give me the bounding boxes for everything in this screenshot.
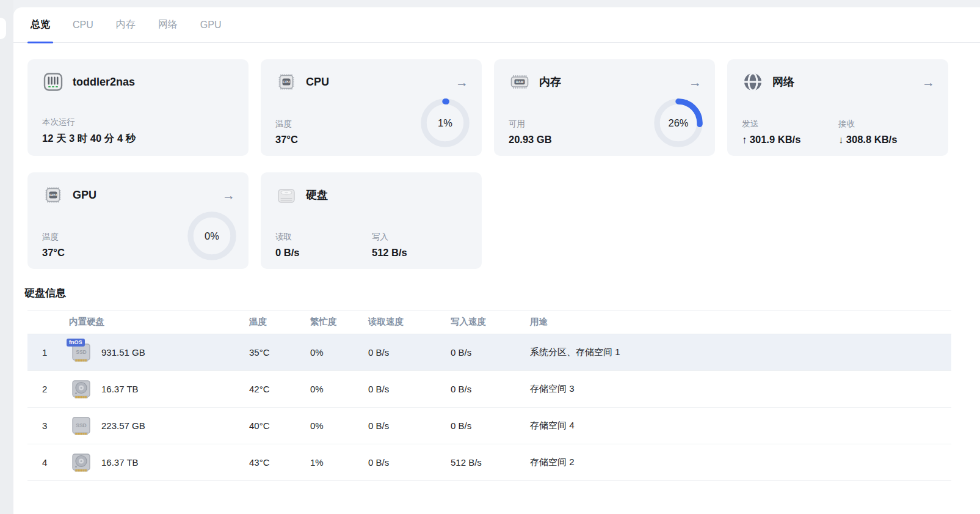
disk-temp: 35°C: [241, 334, 302, 371]
cpu-usage-percent: 1%: [419, 97, 471, 149]
cpu-usage-gauge: 1%: [419, 97, 471, 149]
col-write: 写入速度: [443, 310, 522, 334]
disk-card: 硬盘 读取 0 B/s 写入 512 B/s: [261, 172, 482, 269]
disk-write-speed: 0 B/s: [443, 371, 522, 408]
network-recv-value: ↓ 308.8 KB/s: [838, 134, 935, 145]
network-send-value: ↑ 301.9 KB/s: [742, 134, 838, 145]
disk-usage: 存储空间 4: [522, 408, 951, 444]
tab-memory[interactable]: 内存: [116, 7, 136, 43]
network-send-label: 发送: [742, 119, 838, 130]
disk-row-index: 4: [27, 444, 61, 481]
network-recv-label: 接收: [838, 119, 935, 130]
gpu-arrow-right-icon[interactable]: →: [222, 189, 235, 202]
table-row[interactable]: 4 fnOS SSD: [27, 444, 951, 481]
gpu-usage-percent: 0%: [186, 210, 238, 262]
hard-drive-icon: [275, 184, 297, 206]
cpu-card: CPU CPU → 温度 37°C 1%: [261, 59, 482, 156]
disk-row-index: 2: [27, 371, 61, 408]
disk-write-value: 512 B/s: [372, 247, 468, 259]
network-card-title: 网络: [772, 75, 794, 89]
fnos-badge: fnOS: [67, 339, 85, 347]
disk-usage: 存储空间 2: [522, 444, 951, 481]
memory-card: RAM 内存 → 可用 20.93 GB 26%: [494, 59, 715, 156]
disk-usage: 存储空间 3: [522, 371, 951, 408]
summary-cards: toddler2nas 本次运行 12 天 3 时 40 分 4 秒: [13, 43, 980, 269]
col-busy: 繁忙度: [302, 310, 360, 334]
disk-read-value: 0 B/s: [275, 247, 372, 259]
disk-info-title: 硬盘信息: [24, 286, 951, 300]
disk-row-index: 1: [27, 334, 61, 371]
cpu-card-title: CPU: [306, 76, 329, 89]
disk-type-icon: fnOS SSD: [69, 377, 93, 402]
disk-temp: 42°C: [241, 371, 302, 408]
memory-usage-gauge: 26%: [653, 97, 704, 149]
disk-read-speed: 0 B/s: [360, 408, 443, 444]
globe-icon: [742, 71, 764, 93]
disk-write-label: 写入: [372, 232, 468, 243]
disk-size: 223.57 GB: [101, 420, 145, 431]
download-arrow-icon: ↓: [838, 134, 843, 145]
tab-gpu[interactable]: GPU: [200, 7, 222, 43]
col-temp: 温度: [241, 310, 302, 334]
disk-busy: 0%: [302, 371, 360, 408]
disk-write-speed: 0 B/s: [443, 334, 522, 371]
cpu-chip-icon: CPU: [275, 71, 297, 93]
disk-table-header: 内置硬盘 温度 繁忙度 读取速度 写入速度 用途: [27, 310, 951, 334]
ram-icon: RAM: [509, 71, 531, 93]
col-usage: 用途: [522, 310, 951, 334]
disk-type-icon: fnOS SSD: [69, 450, 93, 475]
memory-usage-percent: 26%: [653, 97, 704, 149]
monitor-panel: 总览 CPU 内存 网络 GPU: [13, 7, 980, 514]
disk-info-section: 硬盘信息 内置硬盘 温度 繁忙度 读取速度 写入速度 用途 1: [13, 269, 980, 481]
sidebar-notch: [0, 18, 6, 39]
memory-card-title: 内存: [539, 75, 561, 89]
cpu-arrow-right-icon[interactable]: →: [456, 76, 468, 89]
nas-card: toddler2nas 本次运行 12 天 3 时 40 分 4 秒: [27, 59, 249, 156]
disk-read-label: 读取: [275, 232, 372, 243]
disk-write-speed: 0 B/s: [443, 408, 522, 444]
disk-busy: 1%: [302, 444, 360, 481]
disk-type-icon: fnOS SSD: [69, 340, 93, 365]
disk-size: 16.37 TB: [101, 457, 139, 468]
nas-card-title: toddler2nas: [73, 76, 135, 89]
memory-arrow-right-icon[interactable]: →: [689, 76, 702, 89]
nas-device-icon: [42, 71, 64, 93]
disk-busy: 0%: [302, 408, 360, 444]
gpu-card-title: GPU: [73, 189, 96, 202]
disk-write-speed: 512 B/s: [443, 444, 522, 481]
tab-overview[interactable]: 总览: [31, 7, 50, 43]
network-card: 网络 → 发送 ↑ 301.9 KB/s 接收 ↓ 308.8 KB/s: [727, 59, 948, 156]
col-index: [27, 310, 61, 334]
tab-bar: 总览 CPU 内存 网络 GPU: [13, 7, 980, 43]
disk-card-title: 硬盘: [306, 188, 328, 202]
tab-network[interactable]: 网络: [158, 7, 178, 43]
disk-row-index: 3: [27, 408, 61, 444]
svg-text:SSD: SSD: [76, 422, 86, 428]
disk-usage: 系统分区、存储空间 1: [522, 334, 951, 371]
table-row[interactable]: 3 fnOS SSD: [27, 408, 951, 444]
disk-type-icon: fnOS SSD: [69, 414, 93, 438]
svg-text:RAM: RAM: [516, 80, 524, 84]
gpu-usage-gauge: 0%: [186, 210, 238, 262]
col-read: 读取速度: [360, 310, 443, 334]
disk-size: 931.51 GB: [101, 347, 145, 358]
disk-table: 内置硬盘 温度 繁忙度 读取速度 写入速度 用途 1 fnOS SSD: [27, 310, 951, 481]
tab-cpu[interactable]: CPU: [73, 7, 93, 43]
col-disk: 内置硬盘: [61, 310, 241, 334]
svg-text:GPU: GPU: [49, 193, 57, 197]
svg-text:SSD: SSD: [76, 349, 86, 355]
upload-arrow-icon: ↑: [742, 134, 747, 145]
disk-read-speed: 0 B/s: [360, 371, 443, 408]
table-row[interactable]: 2 fnOS SSD: [27, 371, 951, 408]
disk-read-speed: 0 B/s: [360, 334, 443, 371]
disk-temp: 40°C: [241, 408, 302, 444]
gpu-card: GPU GPU → 温度 37°C 0%: [27, 172, 249, 269]
disk-read-speed: 0 B/s: [360, 444, 443, 481]
uptime-value: 12 天 3 时 40 分 4 秒: [42, 132, 235, 145]
uptime-label: 本次运行: [42, 117, 235, 128]
network-arrow-right-icon[interactable]: →: [922, 76, 935, 89]
table-row[interactable]: 1 fnOS SSD: [27, 334, 951, 371]
gpu-chip-icon: GPU: [42, 184, 64, 206]
disk-temp: 43°C: [241, 444, 302, 481]
disk-size: 16.37 TB: [101, 384, 139, 394]
